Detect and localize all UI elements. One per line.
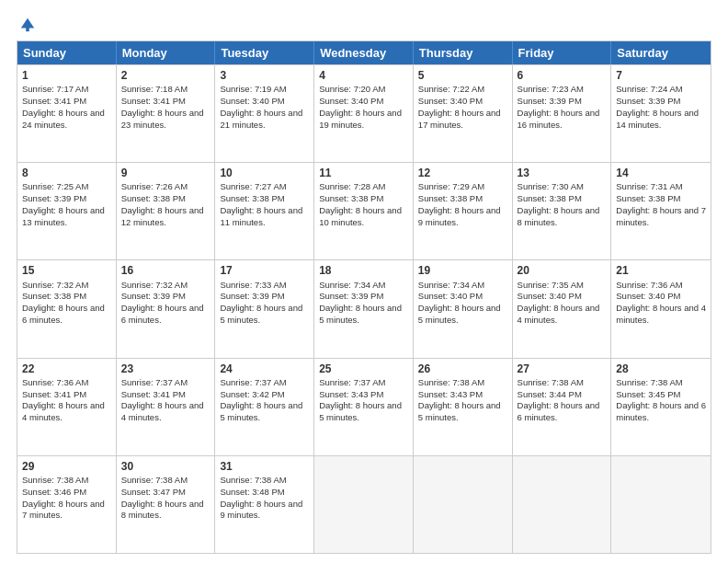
sunrise-text: Sunrise: 7:23 AM [518,84,584,94]
daylight-text: Daylight: 8 hours and 8 minutes. [518,205,600,227]
sunset-text: Sunset: 3:39 PM [319,291,383,301]
day-number: 19 [418,263,507,278]
day-number: 30 [121,459,210,474]
sunrise-text: Sunrise: 7:32 AM [121,280,188,290]
cal-week-3: 15Sunrise: 7:32 AMSunset: 3:38 PMDayligh… [17,259,711,357]
cal-week-2: 8Sunrise: 7:25 AMSunset: 3:39 PMDaylight… [17,162,711,259]
daylight-text: Daylight: 8 hours and 5 minutes. [319,400,402,422]
sunset-text: Sunset: 3:46 PM [22,487,86,497]
cal-cell-day-12: 12Sunrise: 7:29 AMSunset: 3:38 PMDayligh… [414,163,513,259]
daylight-text: Daylight: 8 hours and 5 minutes. [220,303,302,325]
sunrise-text: Sunrise: 7:38 AM [518,377,584,387]
cal-header-saturday: Saturday [611,41,711,64]
sunrise-text: Sunrise: 7:36 AM [616,280,682,290]
sunrise-text: Sunrise: 7:26 AM [121,181,188,191]
sunset-text: Sunset: 3:40 PM [220,96,284,106]
cal-header-wednesday: Wednesday [314,41,414,64]
cal-header-sunday: Sunday [17,41,117,64]
cal-week-1: 1Sunrise: 7:17 AMSunset: 3:41 PMDaylight… [17,64,711,162]
cal-cell-day-11: 11Sunrise: 7:28 AMSunset: 3:38 PMDayligh… [314,163,414,259]
sunset-text: Sunset: 3:41 PM [22,389,86,399]
sunrise-text: Sunrise: 7:37 AM [220,377,286,387]
calendar: SundayMondayTuesdayWednesdayThursdayFrid… [17,40,711,554]
day-number: 16 [121,263,210,278]
sunset-text: Sunset: 3:39 PM [220,291,284,301]
day-number: 8 [22,166,111,180]
day-number: 25 [319,362,408,376]
cal-cell-day-7: 7Sunrise: 7:24 AMSunset: 3:39 PMDaylight… [611,65,711,162]
cal-cell-day-30: 30Sunrise: 7:38 AMSunset: 3:47 PMDayligh… [117,456,216,553]
daylight-text: Daylight: 8 hours and 23 minutes. [121,108,204,130]
daylight-text: Daylight: 8 hours and 4 minutes. [22,400,105,422]
day-number: 26 [418,362,507,376]
daylight-text: Daylight: 8 hours and 12 minutes. [121,205,204,227]
day-number: 6 [518,68,607,83]
day-number: 13 [518,166,607,180]
daylight-text: Daylight: 8 hours and 9 minutes. [220,499,302,521]
daylight-text: Daylight: 8 hours and 8 minutes. [121,499,204,521]
cal-cell-day-29: 29Sunrise: 7:38 AMSunset: 3:46 PMDayligh… [17,456,117,553]
cal-cell-empty [414,456,513,553]
day-number: 14 [616,166,706,180]
daylight-text: Daylight: 8 hours and 7 minutes. [22,499,105,521]
sunset-text: Sunset: 3:38 PM [319,193,383,203]
cal-cell-day-25: 25Sunrise: 7:37 AMSunset: 3:43 PMDayligh… [314,359,414,455]
header [17,17,711,33]
sunrise-text: Sunrise: 7:27 AM [220,181,286,191]
cal-cell-day-10: 10Sunrise: 7:27 AMSunset: 3:38 PMDayligh… [215,163,314,259]
sunset-text: Sunset: 3:43 PM [418,389,483,399]
day-number: 15 [22,263,111,278]
calendar-header-row: SundayMondayTuesdayWednesdayThursdayFrid… [17,41,711,64]
daylight-text: Daylight: 8 hours and 24 minutes. [22,108,105,130]
sunset-text: Sunset: 3:39 PM [616,96,680,106]
day-number: 21 [616,263,706,278]
daylight-text: Daylight: 8 hours and 4 minutes. [616,303,706,325]
sunrise-text: Sunrise: 7:38 AM [616,377,682,387]
sunset-text: Sunset: 3:39 PM [121,291,186,301]
cal-cell-day-26: 26Sunrise: 7:38 AMSunset: 3:43 PMDayligh… [414,359,513,455]
cal-cell-day-4: 4Sunrise: 7:20 AMSunset: 3:40 PMDaylight… [314,65,414,162]
cal-cell-day-27: 27Sunrise: 7:38 AMSunset: 3:44 PMDayligh… [513,359,612,455]
sunset-text: Sunset: 3:40 PM [319,96,383,106]
sunset-text: Sunset: 3:39 PM [22,193,86,203]
logo [17,17,36,33]
daylight-text: Daylight: 8 hours and 11 minutes. [220,205,302,227]
day-number: 27 [518,362,607,376]
day-number: 10 [220,166,309,180]
day-number: 18 [319,263,408,278]
daylight-text: Daylight: 8 hours and 6 minutes. [518,400,600,422]
cal-cell-empty [611,456,711,553]
daylight-text: Daylight: 8 hours and 5 minutes. [319,303,402,325]
sunset-text: Sunset: 3:38 PM [616,193,680,203]
sunrise-text: Sunrise: 7:29 AM [418,181,484,191]
sunset-text: Sunset: 3:40 PM [616,291,680,301]
daylight-text: Daylight: 8 hours and 21 minutes. [220,108,302,130]
page: SundayMondayTuesdayWednesdayThursdayFrid… [0,0,728,563]
daylight-text: Daylight: 8 hours and 5 minutes. [220,400,302,422]
sunset-text: Sunset: 3:38 PM [418,193,483,203]
daylight-text: Daylight: 8 hours and 6 minutes. [22,303,105,325]
sunrise-text: Sunrise: 7:17 AM [22,84,88,94]
cal-week-4: 22Sunrise: 7:36 AMSunset: 3:41 PMDayligh… [17,358,711,455]
cal-header-tuesday: Tuesday [215,41,314,64]
cal-cell-day-22: 22Sunrise: 7:36 AMSunset: 3:41 PMDayligh… [17,359,117,455]
sunrise-text: Sunrise: 7:20 AM [319,84,385,94]
cal-cell-day-2: 2Sunrise: 7:18 AMSunset: 3:41 PMDaylight… [117,65,216,162]
sunset-text: Sunset: 3:41 PM [22,96,86,106]
cal-cell-empty [314,456,414,553]
cal-header-friday: Friday [513,41,612,64]
daylight-text: Daylight: 8 hours and 19 minutes. [319,108,402,130]
daylight-text: Daylight: 8 hours and 9 minutes. [418,205,501,227]
sunrise-text: Sunrise: 7:34 AM [418,280,484,290]
day-number: 29 [22,459,111,474]
sunset-text: Sunset: 3:41 PM [121,96,186,106]
day-number: 1 [22,68,111,83]
sunrise-text: Sunrise: 7:22 AM [418,84,484,94]
cal-cell-day-28: 28Sunrise: 7:38 AMSunset: 3:45 PMDayligh… [611,359,711,455]
sunrise-text: Sunrise: 7:35 AM [518,280,584,290]
sunset-text: Sunset: 3:39 PM [518,96,582,106]
sunrise-text: Sunrise: 7:30 AM [518,181,584,191]
sunrise-text: Sunrise: 7:34 AM [319,280,385,290]
cal-cell-day-31: 31Sunrise: 7:38 AMSunset: 3:48 PMDayligh… [215,456,314,553]
daylight-text: Daylight: 8 hours and 4 minutes. [121,400,204,422]
